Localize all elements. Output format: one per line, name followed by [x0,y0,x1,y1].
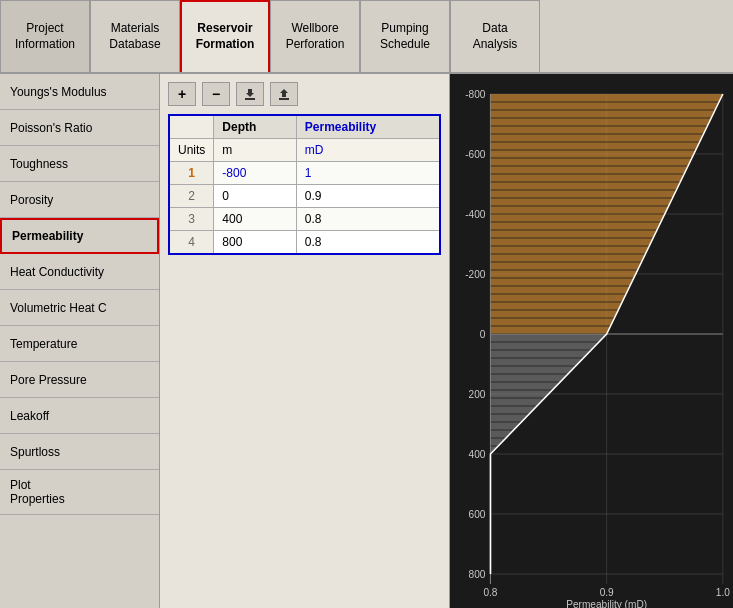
download-button[interactable] [236,82,264,106]
row-num-1: 1 [169,162,214,185]
center-panel: + − Depth Permeability [160,74,450,608]
tab-bar: Project Information Materials Database R… [0,0,733,74]
sidebar-item-leakoff[interactable]: Leakoff [0,398,159,434]
sidebar-item-youngs-modulus[interactable]: Youngs's Modulus [0,74,159,110]
depth-cell-2[interactable]: 0 [214,185,296,208]
sidebar-item-volumetric-heat[interactable]: Volumetric Heat C [0,290,159,326]
upload-button[interactable] [270,82,298,106]
sidebar: Youngs's Modulus Poisson's Ratio Toughne… [0,74,160,608]
sidebar-item-spurtloss[interactable]: Spurtloss [0,434,159,470]
sidebar-item-temperature[interactable]: Temperature [0,326,159,362]
depth-cell-3[interactable]: 400 [214,208,296,231]
sidebar-item-porosity[interactable]: Porosity [0,182,159,218]
tab-materials-database[interactable]: Materials Database [90,0,180,72]
permeability-cell-2[interactable]: 0.9 [296,185,440,208]
tab-project-information[interactable]: Project Information [0,0,90,72]
sidebar-item-pore-pressure[interactable]: Pore Pressure [0,362,159,398]
permeability-cell-3[interactable]: 0.8 [296,208,440,231]
toolbar: + − [168,82,441,106]
add-row-button[interactable]: + [168,82,196,106]
svg-text:200: 200 [469,389,486,400]
main-content: Youngs's Modulus Poisson's Ratio Toughne… [0,74,733,608]
svg-text:0.9: 0.9 [600,587,614,598]
sidebar-item-toughness[interactable]: Toughness [0,146,159,182]
table-row[interactable]: 4 800 0.8 [169,231,440,255]
svg-rect-1 [279,98,289,100]
sidebar-item-poissons-ratio[interactable]: Poisson's Ratio [0,110,159,146]
depth-cell-1[interactable]: -800 [214,162,296,185]
permeability-cell-1[interactable]: 1 [296,162,440,185]
depth-cell-4[interactable]: 800 [214,231,296,255]
chart-panel: -800 -600 -400 -200 0 200 400 600 800 0.… [450,74,733,608]
sidebar-item-permeability[interactable]: Permeability [0,218,159,254]
table-units-row: Units m mD [169,139,440,162]
data-table: Depth Permeability Units m mD 1 -800 1 2… [168,114,441,255]
remove-row-button[interactable]: − [202,82,230,106]
svg-text:800: 800 [469,569,486,580]
download-icon [243,87,257,101]
svg-text:600: 600 [469,509,486,520]
sidebar-item-plot-properties[interactable]: Plot Properties [0,470,159,515]
svg-text:-200: -200 [465,269,486,280]
sidebar-item-heat-conductivity[interactable]: Heat Conductivity [0,254,159,290]
svg-text:0: 0 [480,329,486,340]
units-label: Units [169,139,214,162]
permeability-cell-4[interactable]: 0.8 [296,231,440,255]
table-row[interactable]: 2 0 0.9 [169,185,440,208]
col-header-depth: Depth [214,115,296,139]
col-header-permeability: Permeability [296,115,440,139]
tab-data-analysis[interactable]: Data Analysis [450,0,540,72]
upload-icon [277,87,291,101]
row-num-2: 2 [169,185,214,208]
svg-rect-0 [245,98,255,100]
table-header-row: Depth Permeability [169,115,440,139]
svg-text:-800: -800 [465,89,486,100]
chart-svg: -800 -600 -400 -200 0 200 400 600 800 0.… [450,74,733,608]
tab-reservoir-formation[interactable]: Reservoir Formation [180,0,270,72]
tab-pumping-schedule[interactable]: Pumping Schedule [360,0,450,72]
table-row[interactable]: 3 400 0.8 [169,208,440,231]
svg-text:400: 400 [469,449,486,460]
svg-text:-600: -600 [465,149,486,160]
table-row[interactable]: 1 -800 1 [169,162,440,185]
svg-text:-400: -400 [465,209,486,220]
depth-unit[interactable]: m [214,139,296,162]
row-num-4: 4 [169,231,214,255]
chart-x-label: Permeability (mD) [566,599,647,608]
permeability-unit[interactable]: mD [296,139,440,162]
svg-text:1.0: 1.0 [716,587,730,598]
tab-wellbore-perforation[interactable]: Wellbore Perforation [270,0,360,72]
col-header-num [169,115,214,139]
svg-text:0.8: 0.8 [483,587,497,598]
row-num-3: 3 [169,208,214,231]
